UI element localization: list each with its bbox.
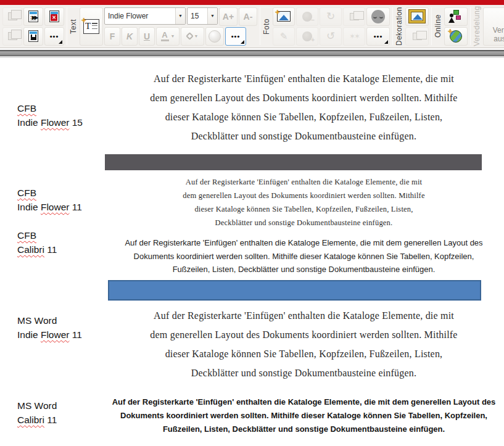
paste-object-button[interactable] [2, 27, 22, 46]
app-window: ▶▶ ✕ ••• Text T + [0, 0, 504, 446]
online-content-button[interactable]: + [444, 27, 468, 46]
copy-icon [8, 12, 17, 20]
group-divider [470, 7, 471, 45]
rotate-left-button[interactable]: ↺ [320, 27, 342, 46]
fill-color-button[interactable]: ▼ [181, 27, 204, 46]
paste-icon [8, 32, 17, 40]
transparency-icon [209, 30, 221, 43]
panel-divider[interactable] [0, 49, 504, 58]
foto-group: + ✎ − + ↻ ↺ ✶✶ ••• [271, 7, 391, 46]
dekoration-group [404, 7, 430, 46]
label-word: Indie [17, 117, 41, 128]
decrease-font-button[interactable]: A- [239, 7, 257, 26]
zoom-in-person-button[interactable]: + [296, 27, 318, 46]
text-line: dieser Kataloge können Sie Tabellen, Kop… [105, 344, 503, 363]
font-color-button[interactable]: A ▼ [156, 27, 180, 46]
font-family-select[interactable]: Indie Flower ▼ [104, 7, 186, 25]
smiley-icon [371, 10, 385, 23]
misspelled-word: CFB [17, 188, 36, 198]
text-group-label: Text [68, 7, 78, 46]
swap-images-button[interactable] [343, 7, 365, 26]
transparency-button[interactable] [205, 27, 224, 46]
font-size-select[interactable]: 15 ▼ [187, 7, 218, 25]
italic-button[interactable]: K [122, 27, 138, 46]
blue-divider-bar[interactable] [108, 280, 481, 300]
text-more-button[interactable]: ••• [225, 27, 246, 46]
sample-text-cfb-indie-flower-15[interactable]: Auf der Registerkarte 'Einfügen' enthalt… [105, 69, 503, 146]
document-play-icon: ▶▶ [28, 10, 38, 22]
decoration-shapes-button[interactable] [405, 27, 429, 46]
document-more-button[interactable]: ••• [44, 27, 64, 46]
dekoration-group-label: Dekoration [394, 7, 404, 46]
text-line: dieser Kataloge können Sie Tabellen, Kop… [105, 202, 503, 216]
group-divider [67, 7, 67, 45]
veredelung-select-button[interactable]: ◇ Veredelung auswählen [483, 7, 504, 46]
group-divider [431, 7, 432, 45]
save-style-button[interactable] [23, 27, 43, 46]
text-group: T + Indie Flower ▼ 15 ▼ A+ A- [78, 7, 258, 46]
titlebar-edge [0, 0, 504, 5]
increase-font-button[interactable]: A+ [219, 7, 238, 26]
veredelung-button-label: Veredelung auswählen [493, 26, 504, 43]
framed-picture-icon [411, 12, 423, 21]
more-dots-icon: ••• [231, 33, 241, 40]
text-line: Auf der Registerkarte 'Einfügen' enthalt… [105, 306, 503, 325]
image-pair-icon [350, 13, 359, 20]
text-line: Deckblätter und sonstige Dokumentbaustei… [105, 216, 503, 229]
misspelled-word: Calibri [17, 244, 44, 255]
corner-expander-icon [59, 40, 62, 44]
add-text-button[interactable]: T + [80, 7, 103, 46]
misspelled-word: Flower [41, 117, 70, 128]
edit-photo-button[interactable]: ✎ [273, 27, 295, 46]
delete-style-button[interactable]: ✕ [44, 7, 64, 26]
sample-text-msword-indie-flower-11[interactable]: Auf der Registerkarte 'Einfügen' enthalt… [105, 306, 503, 382]
globe-plus-icon: + [450, 30, 462, 43]
text-line: dem generellen Layout des Dokuments koor… [105, 88, 503, 107]
apply-to-all-pages-button[interactable]: ▶▶ [23, 7, 43, 26]
veredelung-group: ◇ Veredelung auswählen [482, 7, 504, 46]
text-line: Deckblätter und sonstige Dokumentbaustei… [105, 126, 503, 146]
label-word: Indie [17, 329, 41, 340]
sample-label-cfb-calibri-11: CFB Calibri 11 [17, 228, 57, 257]
photo-effects-button[interactable]: ✶✶ [343, 27, 365, 46]
misspelled-word: Calibri [17, 415, 44, 425]
add-frame-button[interactable] [405, 7, 429, 26]
smiley-button[interactable] [366, 7, 390, 26]
label-word: 11 [44, 244, 57, 255]
sample-text-cfb-calibri-11[interactable]: Auf der Registerkarte 'Einfügen' enthalt… [105, 236, 503, 276]
online-group: + [443, 7, 469, 46]
chevron-down-icon[interactable]: ▼ [207, 8, 217, 24]
copy-object-button[interactable] [2, 7, 22, 26]
chevron-down-icon: ▼ [171, 34, 175, 38]
person-minus-icon: − [302, 12, 312, 22]
rotate-left-icon: ↺ [326, 31, 335, 41]
text-line: Fußzeilen, Listen, Deckblätter und sonst… [105, 423, 503, 436]
misspelled-word: CFB [17, 103, 36, 114]
bold-button[interactable]: F [104, 27, 120, 46]
person-plus-icon: + [302, 31, 312, 41]
foto-more-button[interactable]: ••• [366, 27, 390, 46]
add-photo-button[interactable]: + [273, 7, 295, 26]
corner-expander-icon [384, 40, 388, 44]
text-line: Dokuments koordiniert werden sollten. Mi… [105, 409, 503, 423]
add-photo-icon: + [277, 11, 291, 22]
text-line: Auf der Registerkarte 'Einfügen' enthalt… [105, 395, 503, 409]
document-delete-icon: ✕ [49, 10, 59, 22]
sample-label-cfb-indie-flower-15: CFB Indie Flower 15 [17, 101, 83, 130]
underline-button[interactable]: U [139, 27, 155, 46]
sample-text-cfb-indie-flower-11[interactable]: Auf der Registerkarte 'Einfügen' enthalt… [105, 175, 503, 229]
text-line: Fußzeilen, Listen, Deckblätter und sonst… [105, 263, 503, 276]
zoom-out-person-button[interactable]: − [296, 7, 318, 26]
sample-text-msword-calibri-11[interactable]: Auf der Registerkarte 'Einfügen' enthalt… [105, 395, 503, 436]
foto-group-label: Foto [262, 7, 271, 46]
share-button[interactable] [444, 7, 468, 26]
document-save-icon [28, 30, 38, 42]
gray-divider-bar[interactable] [105, 154, 482, 170]
chevron-down-icon[interactable]: ▼ [175, 8, 185, 24]
rotate-right-icon: ↻ [326, 11, 335, 22]
overlapping-squares-icon [413, 33, 422, 40]
text-line: Dokuments koordiniert werden sollten. Mi… [105, 250, 503, 263]
share-icon [449, 10, 463, 23]
misspelled-word: Flower [41, 329, 70, 340]
rotate-right-button[interactable]: ↻ [320, 7, 342, 26]
